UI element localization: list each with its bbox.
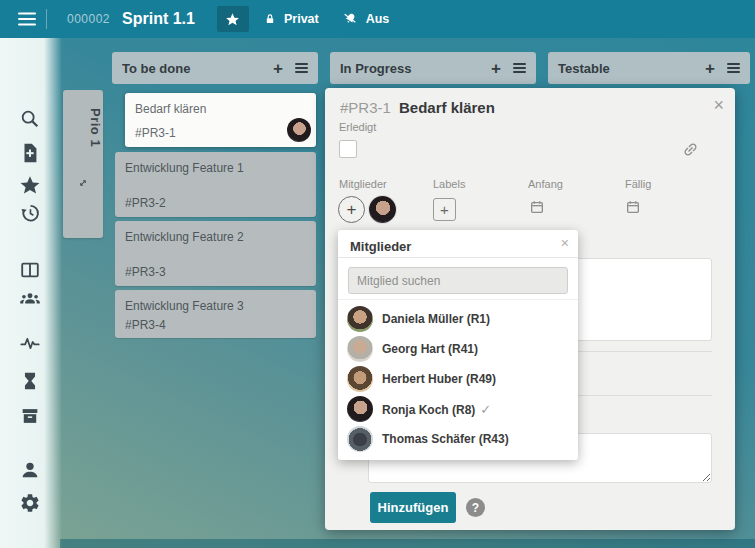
member-avatar [347,306,373,332]
star-icon [225,12,240,27]
popup-divider [338,257,578,258]
hamburger-icon [727,67,740,69]
card-title: Bedarf klären [135,102,206,116]
column-menu-button[interactable] [295,67,308,69]
start-date-label: Anfang [528,178,563,190]
member-name: Thomas Schäfer (R43) [382,432,509,446]
add-label-button[interactable]: + [433,198,456,221]
user-icon[interactable] [19,459,41,481]
member-name: Ronja Koch (R8)✓ [382,402,491,417]
member-avatar [347,426,373,452]
swimlane-prio1: Prio 1 [63,90,103,238]
done-checkbox[interactable] [339,140,357,158]
selected-check-icon: ✓ [480,402,491,417]
link-icon[interactable] [682,141,699,158]
add-card-button[interactable]: + [491,60,501,77]
sidebar [0,38,62,548]
member-avatar [347,336,373,362]
privacy-toggle[interactable]: Privat [263,11,319,27]
done-label: Erledigt [339,121,376,133]
team-icon[interactable] [19,287,41,309]
column-title: Testable [558,61,610,76]
board-id: 000002 [67,12,110,26]
column-title: In Progress [340,61,412,76]
bell-off-icon [341,11,359,27]
add-card-button[interactable]: + [705,60,715,77]
card-pr3-1[interactable]: Bedarf klären #PR3-1 [125,93,316,147]
add-member-button[interactable]: + [338,196,365,223]
member-search-input[interactable] [348,267,568,294]
member-row-thomas[interactable]: Thomas Schäfer (R43) [338,424,578,454]
add-card-button[interactable]: + [273,60,283,77]
member-row-herbert[interactable]: Herbert Huber (R49) [338,364,578,394]
card-id: #PR3-1 [135,126,176,140]
column-menu-button[interactable] [727,67,740,69]
card-title: Entwicklung Feature 2 [125,230,244,244]
close-icon[interactable]: × [713,95,724,116]
member-row-ronja[interactable]: Ronja Koch (R8)✓ [338,394,578,424]
app-window: 000002 Sprint 1.1 Privat Aus [0,0,755,548]
card-detail-id: #PR3-1 [340,99,391,116]
topbar: 000002 Sprint 1.1 Privat Aus [0,0,755,38]
activity-icon[interactable] [19,332,41,354]
favorite-star-button[interactable] [217,6,249,32]
assignee-avatar [287,118,311,142]
member-row-daniela[interactable]: Daniela Müller (R1) [338,304,578,334]
hamburger-icon [295,67,308,69]
card-id: #PR3-4 [125,318,166,332]
card-pr3-2[interactable]: Entwicklung Feature 1 #PR3-2 [115,152,316,217]
privacy-label: Privat [284,12,319,26]
hamburger-icon [513,67,526,69]
card-pr3-4[interactable]: Entwicklung Feature 3 #PR3-4 [115,290,316,338]
members-popup-title: Mitglieder [350,239,411,254]
column-header-to-be-done: To be done + [112,52,318,84]
hamburger-menu-button[interactable] [8,0,46,38]
star-icon[interactable] [19,174,41,196]
column-header-testable: Testable + [548,52,750,84]
notifications-toggle[interactable]: Aus [341,11,390,27]
card-title: Entwicklung Feature 1 [125,161,244,175]
column-menu-button[interactable] [513,67,526,69]
card-detail-title[interactable]: Bedarf klären [399,99,495,116]
add-document-icon[interactable] [19,142,41,164]
help-icon[interactable]: ? [466,498,485,517]
member-row-georg[interactable]: Georg Hart (R41) [338,334,578,364]
member-avatar-ronja[interactable] [369,196,396,223]
labels-label: Labels [433,178,465,190]
history-icon[interactable] [19,202,41,224]
archive-icon[interactable] [19,405,41,427]
card-id: #PR3-2 [125,196,166,210]
column-title: To be done [122,61,190,76]
members-popup: Mitglieder × Daniela Müller (R1) Georg H… [338,230,578,460]
lock-icon [263,11,277,27]
collapse-swimlane-icon[interactable] [76,176,90,190]
notifications-label: Aus [366,12,390,26]
due-date-label: Fällig [625,178,651,190]
calendar-icon[interactable] [625,199,641,215]
board-columns-icon[interactable] [19,259,41,281]
members-label: Mitglieder [339,178,387,190]
member-avatar [347,366,373,392]
settings-icon[interactable] [19,492,41,514]
calendar-icon[interactable] [529,199,545,215]
hourglass-icon[interactable] [19,370,41,392]
close-icon[interactable]: × [561,235,569,251]
board-background-bottom-edge [60,539,755,548]
popup-divider [338,299,578,300]
card-pr3-3[interactable]: Entwicklung Feature 2 #PR3-3 [115,221,316,286]
swimlane-title: Prio 1 [63,108,103,147]
member-name: Herbert Huber (R49) [382,372,496,386]
add-comment-button[interactable]: Hinzufügen [370,492,456,523]
member-name: Daniela Müller (R1) [382,312,490,326]
member-name: Georg Hart (R41) [382,342,478,356]
card-id: #PR3-3 [125,265,166,279]
card-title: Entwicklung Feature 3 [125,299,244,313]
topbar-divider [46,9,47,29]
board-title[interactable]: Sprint 1.1 [122,10,195,28]
member-avatar [347,396,373,422]
column-header-in-progress: In Progress + [330,52,536,84]
search-icon[interactable] [19,108,41,130]
hamburger-icon [18,18,36,20]
